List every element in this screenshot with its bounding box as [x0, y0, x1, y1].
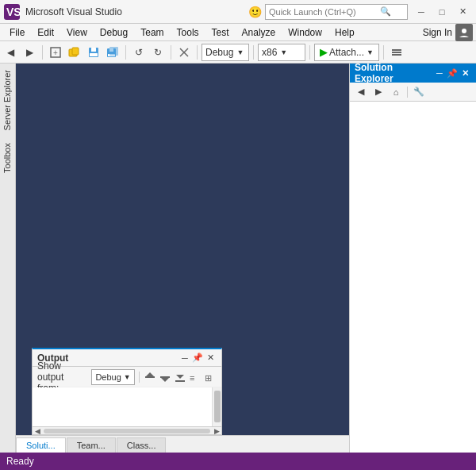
redo-button[interactable]: ↻ — [149, 44, 167, 61]
new-project-button[interactable]: + — [47, 44, 64, 61]
bottom-tab-bar: Soluti... Team... Class... — [16, 435, 349, 453]
vs-logo: VS — [3, 3, 21, 21]
output-vertical-scrollbar[interactable] — [212, 387, 221, 426]
play-icon: ▶ — [320, 46, 328, 58]
svg-rect-6 — [72, 48, 79, 55]
menu-debug[interactable]: Debug — [94, 24, 134, 41]
class-view-tab[interactable]: Class... — [117, 437, 167, 453]
svg-rect-23 — [175, 380, 185, 382]
svg-text:⊞: ⊞ — [205, 373, 212, 383]
solution-explorer-auto-hide-button[interactable]: 📌 — [446, 67, 459, 79]
toolbar-sep-5 — [253, 45, 254, 60]
main-area: Server Explorer Toolbox Output ─ 📌 ✕ Sho… — [0, 64, 476, 453]
open-file-button[interactable] — [66, 44, 83, 61]
solution-explorer-pin-button[interactable]: ─ — [433, 67, 446, 79]
sign-in-text[interactable]: Sign In — [423, 27, 452, 38]
output-wrap-btn[interactable]: ≡ — [189, 369, 202, 385]
toolbar-extra-button[interactable] — [388, 44, 405, 61]
solution-settings-btn[interactable]: 🔧 — [411, 84, 427, 100]
toolbar: ◀ ▶ + ↺ ↻ Debug ▼ x86 ▼ ▶ Attach... ▼ — [0, 41, 476, 64]
toolbox-tab[interactable]: Toolbox — [0, 137, 15, 179]
svg-text:VS: VS — [6, 6, 21, 18]
close-button[interactable]: ✕ — [452, 4, 473, 20]
hscroll-right-btn[interactable]: ▶ — [212, 427, 221, 435]
output-source-dropdown[interactable]: Debug ▼ — [91, 369, 135, 385]
menu-tools[interactable]: Tools — [171, 24, 205, 41]
svg-rect-21 — [160, 376, 170, 378]
forward-button[interactable]: ▶ — [21, 44, 38, 61]
save-all-button[interactable] — [104, 44, 121, 61]
back-button[interactable]: ◀ — [2, 44, 19, 61]
solution-explorer-panel: Solution Explorer ─ 📌 ✕ ◀ ▶ ⌂ 🔧 — [349, 64, 476, 453]
output-pin-button[interactable]: ─ — [178, 352, 191, 364]
quick-launch-search[interactable]: 🔍 — [265, 4, 408, 20]
output-scroll-thumb — [214, 391, 221, 422]
save-button[interactable] — [85, 44, 102, 61]
output-filter-btn[interactable]: ⊞ — [204, 369, 217, 385]
svg-marker-22 — [161, 378, 169, 382]
svg-marker-24 — [176, 375, 184, 379]
editor-area: Output ─ 📌 ✕ Show output from: Debug ▼ — [16, 64, 349, 453]
minimize-button[interactable]: ─ — [411, 4, 432, 20]
menu-test[interactable]: Test — [205, 24, 236, 41]
toolbar-sep-4 — [197, 45, 198, 60]
svg-rect-17 — [392, 52, 401, 53]
toolbar-sep-1 — [42, 45, 43, 60]
platform-dropdown[interactable]: x86 ▼ — [258, 44, 305, 61]
menu-bar: File Edit View Debug Team Tools Test Ana… — [0, 24, 476, 41]
svg-marker-20 — [146, 372, 154, 376]
svg-rect-19 — [145, 376, 155, 378]
output-content — [33, 387, 221, 426]
undo-button[interactable]: ↺ — [130, 44, 148, 61]
solution-toolbar-sep — [407, 87, 408, 98]
debug-config-dropdown[interactable]: Debug ▼ — [202, 44, 249, 61]
svg-text:+: + — [53, 48, 58, 57]
attach-button[interactable]: ▶ Attach... ▼ — [314, 44, 379, 61]
output-scroll-up-btn[interactable] — [144, 369, 156, 385]
app-title: Microsoft Visual Studio — [25, 6, 248, 17]
menu-analyze[interactable]: Analyze — [236, 24, 282, 41]
menu-help[interactable]: Help — [328, 24, 361, 41]
solution-nav-forward-btn[interactable]: ▶ — [370, 84, 386, 100]
svg-rect-18 — [392, 54, 401, 56]
menu-edit[interactable]: Edit — [31, 24, 60, 41]
left-sidebar: Server Explorer Toolbox — [0, 64, 16, 453]
server-explorer-tab[interactable]: Server Explorer — [0, 64, 15, 137]
svg-text:≡: ≡ — [190, 373, 194, 383]
solution-nav-back-btn[interactable]: ◀ — [353, 84, 369, 100]
output-sep-1 — [139, 372, 140, 383]
solution-explorer-title: Solution Explorer — [355, 62, 433, 84]
status-bar: Ready — [0, 453, 476, 470]
search-icon: 🔍 — [380, 6, 391, 17]
solution-explorer-title-bar: Solution Explorer ─ 📌 ✕ — [350, 64, 476, 83]
status-text: Ready — [6, 456, 34, 467]
output-horizontal-scrollbar[interactable]: ◀ ▶ — [33, 426, 221, 434]
maximize-button[interactable]: □ — [432, 4, 452, 20]
menu-window[interactable]: Window — [282, 24, 328, 41]
sign-in-area: Sign In — [423, 24, 473, 41]
solution-explorer-close-button[interactable]: ✕ — [459, 67, 471, 79]
cut-button[interactable] — [175, 44, 193, 61]
toolbar-sep-6 — [309, 45, 310, 60]
output-scroll-down-btn[interactable] — [159, 369, 171, 385]
output-close-button[interactable]: ✕ — [204, 352, 217, 364]
solution-explorer-content — [350, 102, 476, 453]
menu-team[interactable]: Team — [134, 24, 170, 41]
output-toolbar: Show output from: Debug ▼ ≡ — [33, 367, 221, 387]
output-scroll-to-end-btn[interactable] — [174, 369, 186, 385]
menu-file[interactable]: File — [3, 24, 31, 41]
window-controls: ─ □ ✕ — [411, 4, 473, 20]
toolbar-sep-3 — [171, 45, 171, 60]
sign-in-icon[interactable] — [455, 24, 473, 41]
hscroll-left-btn[interactable]: ◀ — [33, 427, 42, 435]
menu-view[interactable]: View — [60, 24, 94, 41]
output-pin-icon[interactable]: 📌 — [191, 352, 204, 364]
solution-home-btn[interactable]: ⌂ — [388, 84, 404, 100]
solution-explorer-toolbar: ◀ ▶ ⌂ 🔧 — [350, 83, 476, 102]
solution-explorer-tab[interactable]: Soluti... — [16, 437, 66, 453]
team-explorer-tab[interactable]: Team... — [67, 437, 116, 453]
svg-rect-9 — [90, 53, 98, 56]
toolbar-sep-2 — [125, 45, 126, 60]
quick-launch-input[interactable] — [269, 7, 380, 17]
svg-rect-8 — [91, 48, 96, 52]
